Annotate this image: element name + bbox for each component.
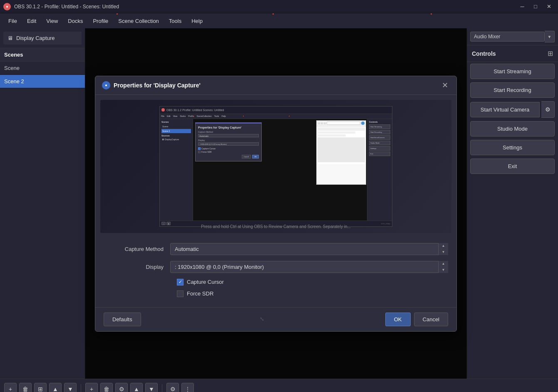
spin-down[interactable]: ▼ <box>439 249 448 255</box>
scene-down-button[interactable]: ▼ <box>64 383 77 392</box>
right-panel: Audio Mixer ▼ Controls ⊞ Start Streaming… <box>466 28 558 379</box>
virtual-camera-row: Start Virtual Camera ⚙ <box>470 101 555 118</box>
scenes-header: Scenes <box>0 48 85 62</box>
titlebar: ● OBS 30.1.2 - Profile: Untitled - Scene… <box>0 0 558 13</box>
capture-method-spinbox: ▲ ▼ <box>438 243 448 255</box>
settings-button[interactable]: Settings <box>470 140 555 155</box>
toolbar-sep-2 <box>162 384 162 392</box>
start-streaming-button[interactable]: Start Streaming <box>470 64 555 79</box>
window-title: OBS 30.1.2 - Profile: Untitled - Scenes:… <box>14 4 516 10</box>
start-virtual-camera-button[interactable]: Start Virtual Camera <box>470 102 540 117</box>
resize-handle[interactable]: ⤡ <box>260 316 266 323</box>
start-recording-button[interactable]: Start Recording <box>470 82 555 98</box>
display-spinbox: ▲ ▼ <box>438 261 448 273</box>
center-area: ● Properties for 'Display Capture' ✕ OB <box>85 28 466 379</box>
capture-cursor-row: ✓ Capture Cursor <box>104 279 448 285</box>
modal-overlay: ● Properties for 'Display Capture' ✕ OB <box>85 28 466 379</box>
menu-profile[interactable]: Profile <box>88 15 113 27</box>
bottom-toolbar: + 🗑 ⊞ ▲ ▼ + 🗑 ⚙ ▲ ▼ ⚙ ⋮ <box>0 379 558 392</box>
sources-section: 🖥 Display Capture <box>0 28 85 48</box>
obs-mini-screenshot: OBS 30.1.2 Profile: Untitled Scenes: Unt… <box>159 106 392 227</box>
mixer-more-button[interactable]: ⋮ <box>181 383 194 392</box>
source-properties-button[interactable]: ⚙ <box>115 383 128 392</box>
source-down-button[interactable]: ▼ <box>145 383 158 392</box>
remove-source-button[interactable]: 🗑 <box>100 383 113 392</box>
display-select[interactable]: : 1920x1080 @ 0,0 (Primary Monitor) <box>170 261 448 273</box>
scene-up-button[interactable]: ▲ <box>49 383 62 392</box>
virtual-camera-gear-button[interactable]: ⚙ <box>541 101 555 118</box>
display-spin-up[interactable]: ▲ <box>439 261 448 267</box>
close-button[interactable]: ✕ <box>543 2 555 11</box>
force-sdr-label: Force SDR <box>187 290 213 297</box>
exit-button[interactable]: Exit <box>470 159 555 174</box>
menu-docks[interactable]: Docks <box>63 15 88 27</box>
capture-cursor-checkbox[interactable]: ✓ <box>177 279 184 285</box>
modal-header: ● Properties for 'Display Capture' ✕ <box>95 76 456 95</box>
footer-right: OK Cancel <box>385 313 448 326</box>
menu-view[interactable]: View <box>41 15 63 27</box>
cancel-button[interactable]: Cancel <box>414 313 448 326</box>
source-display-capture[interactable]: 🖥 Display Capture <box>3 32 82 45</box>
modal-form: Capture Method Automatic Windows Graphic… <box>95 238 456 307</box>
audio-dropdown-btn[interactable]: ▼ <box>545 31 555 42</box>
modal-close-button[interactable]: ✕ <box>440 80 450 90</box>
display-row: Display : 1920x1080 @ 0,0 (Primary Monit… <box>104 261 448 273</box>
spin-up[interactable]: ▲ <box>439 243 448 249</box>
mixer-settings-button[interactable]: ⚙ <box>166 383 179 392</box>
menu-edit[interactable]: Edit <box>22 15 41 27</box>
main-layout: 🖥 Display Capture Scenes Scene Scene 2 ●… <box>0 28 558 379</box>
properties-modal: ● Properties for 'Display Capture' ✕ OB <box>95 76 457 332</box>
scene-item-scene[interactable]: Scene <box>0 62 85 75</box>
menu-tools[interactable]: Tools <box>164 15 186 27</box>
monitor-icon: 🖥 <box>7 35 13 41</box>
toolbar-sep-1 <box>81 384 81 392</box>
menu-scene-collection[interactable]: Scene Collection <box>113 15 164 27</box>
maximize-button[interactable]: □ <box>530 2 541 11</box>
display-control: : 1920x1080 @ 0,0 (Primary Monitor) ▲ ▼ <box>170 261 448 273</box>
scene-filter-button[interactable]: ⊞ <box>34 383 47 392</box>
obs-icon: ● <box>102 81 110 89</box>
display-spin-down[interactable]: ▼ <box>439 267 448 273</box>
capture-cursor-label: Capture Cursor <box>187 279 224 285</box>
modal-preview: OBS 30.1.2 Profile: Untitled Scenes: Unt… <box>100 100 451 233</box>
source-up-button[interactable]: ▲ <box>130 383 143 392</box>
add-source-button[interactable]: + <box>85 383 98 392</box>
capture-method-label: Capture Method <box>104 246 170 252</box>
defaults-button[interactable]: Defaults <box>104 313 141 326</box>
menubar-container: File Edit View Docks Profile Scene Colle… <box>0 13 558 28</box>
app-icon: ● <box>3 3 11 10</box>
footer-left: Defaults <box>104 313 141 326</box>
controls-expand-btn[interactable]: ⊞ <box>548 50 553 57</box>
preview-placeholder: OBS 30.1.2 Profile: Untitled Scenes: Unt… <box>100 100 451 233</box>
capture-method-select[interactable]: Automatic Windows Graphics Capture DXGI … <box>170 243 448 255</box>
modal-footer: Defaults ⤡ OK Cancel <box>95 307 456 331</box>
ok-button[interactable]: OK <box>385 313 411 326</box>
source-name: Display Capture <box>16 35 55 41</box>
menu-file[interactable]: File <box>3 15 22 27</box>
remove-scene-button[interactable]: 🗑 <box>19 383 32 392</box>
scene-item-scene2[interactable]: Scene 2 <box>0 75 85 88</box>
display-label: Display <box>104 264 170 270</box>
capture-method-control: Automatic Windows Graphics Capture DXGI … <box>170 243 448 255</box>
force-sdr-checkbox[interactable] <box>177 290 184 297</box>
minimize-button[interactable]: ─ <box>516 2 528 11</box>
add-scene-button[interactable]: + <box>4 383 17 392</box>
modal-title: ● Properties for 'Display Capture' <box>102 81 201 89</box>
window-controls: ─ □ ✕ <box>516 2 555 11</box>
studio-mode-button[interactable]: Studio Mode <box>470 121 555 136</box>
audio-dropdown[interactable]: Audio Mixer <box>470 32 545 42</box>
controls-title: Controls <box>472 50 496 57</box>
menu-help[interactable]: Help <box>186 15 208 27</box>
capture-method-row: Capture Method Automatic Windows Graphic… <box>104 243 448 255</box>
left-sidebar: 🖥 Display Capture Scenes Scene Scene 2 <box>0 28 85 379</box>
controls-header: Controls ⊞ <box>467 45 558 62</box>
audio-mixer-header: Audio Mixer ▼ <box>467 28 558 45</box>
force-sdr-row: Force SDR <box>104 290 448 297</box>
